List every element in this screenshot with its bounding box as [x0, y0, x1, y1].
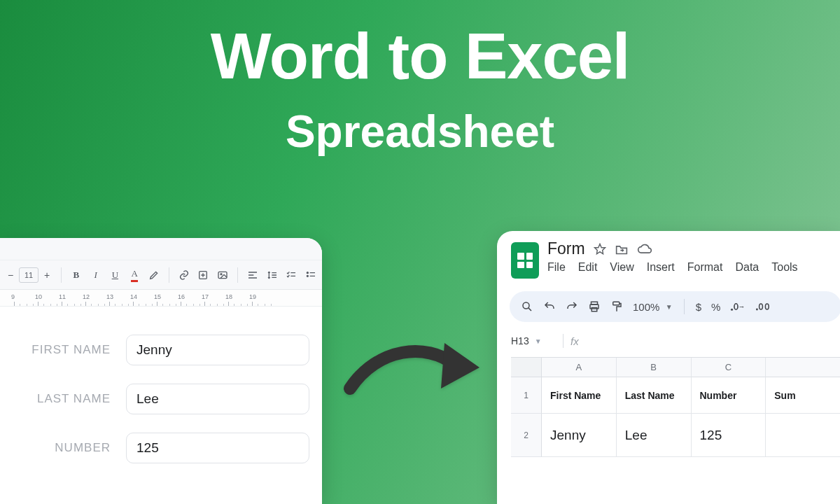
- input-number[interactable]: 125: [126, 433, 309, 463]
- select-all-corner[interactable]: [511, 358, 542, 377]
- cell-d2[interactable]: [766, 414, 840, 457]
- font-size-increase[interactable]: +: [41, 267, 53, 283]
- menu-bar: File Edit View Insert Format Data Tools: [547, 261, 798, 274]
- zoom-level[interactable]: 100% ▼: [633, 301, 673, 313]
- paint-format-icon[interactable]: [610, 300, 623, 313]
- svg-rect-3: [218, 272, 227, 278]
- ruler-tick: 9: [11, 293, 15, 300]
- menu-data[interactable]: Data: [735, 261, 759, 274]
- currency-button[interactable]: $: [696, 301, 701, 313]
- row-header-1[interactable]: 1: [511, 377, 542, 414]
- cell-reference[interactable]: H13: [511, 335, 529, 346]
- spreadsheet-grid[interactable]: A B C 1 First Name Last Name Number Sum …: [511, 357, 840, 457]
- input-first-name[interactable]: Jenny: [126, 335, 309, 365]
- menu-view[interactable]: View: [610, 261, 634, 274]
- svg-point-18: [523, 302, 529, 309]
- text-color-button[interactable]: A: [127, 267, 141, 283]
- cell-a1[interactable]: First Name: [542, 377, 617, 414]
- svg-point-13: [307, 272, 309, 273]
- label-number: NUMBER: [13, 441, 111, 455]
- ruler-tick: 18: [225, 293, 232, 300]
- arrow-icon: [343, 336, 483, 413]
- menu-tools[interactable]: Tools: [771, 261, 797, 274]
- ruler-tick: 15: [154, 293, 161, 300]
- svg-rect-23: [613, 302, 620, 305]
- align-button[interactable]: [246, 267, 260, 283]
- row-header-2[interactable]: 2: [511, 414, 542, 457]
- cell-ref-dropdown-icon[interactable]: ▼: [535, 337, 542, 345]
- ruler-tick: 16: [178, 293, 185, 300]
- ruler-tick: 10: [35, 293, 42, 300]
- sheets-logo-icon: [511, 242, 539, 279]
- font-size-value[interactable]: 11: [19, 267, 38, 283]
- cell-b2[interactable]: Lee: [617, 414, 692, 457]
- italic-button[interactable]: I: [89, 267, 103, 283]
- image-button[interactable]: [216, 267, 230, 283]
- move-folder-icon[interactable]: [615, 243, 629, 255]
- cell-b1[interactable]: Last Name: [617, 377, 692, 414]
- ruler-tick: 14: [130, 293, 137, 300]
- line-spacing-button[interactable]: [265, 267, 279, 283]
- label-last-name: LAST NAME: [13, 392, 111, 406]
- bold-button[interactable]: B: [69, 267, 83, 283]
- cell-c1[interactable]: Number: [692, 377, 766, 414]
- comment-button[interactable]: [197, 267, 211, 283]
- ruler-tick: 11: [59, 293, 66, 300]
- menu-file[interactable]: File: [547, 261, 566, 274]
- svg-marker-17: [594, 244, 605, 253]
- checklist-button[interactable]: [285, 267, 299, 283]
- word-toolbar: − 11 + B I U A: [0, 260, 322, 290]
- redo-icon[interactable]: [566, 300, 578, 313]
- svg-point-24: [731, 309, 733, 311]
- cell-d1[interactable]: Sum: [766, 377, 840, 414]
- word-titlebar: [0, 238, 322, 260]
- font-size-decrease[interactable]: −: [4, 267, 17, 283]
- cell-a2[interactable]: Jenny: [542, 414, 617, 457]
- ruler-tick: 12: [83, 293, 90, 300]
- sheets-toolbar: 100% ▼ $ %: [510, 291, 840, 322]
- bullet-list-button[interactable]: [304, 267, 318, 283]
- percent-button[interactable]: %: [711, 301, 720, 313]
- col-header-c[interactable]: C: [692, 358, 766, 377]
- svg-point-4: [220, 273, 222, 274]
- hero-subtitle: Spreadsheet: [0, 106, 840, 158]
- increase-decimal-icon[interactable]: [755, 301, 772, 312]
- menu-format[interactable]: Format: [687, 261, 723, 274]
- svg-point-25: [756, 309, 758, 311]
- menu-insert[interactable]: Insert: [647, 261, 675, 274]
- col-header-b[interactable]: B: [617, 358, 692, 377]
- col-header-a[interactable]: A: [542, 358, 617, 377]
- ruler-tick: 13: [106, 293, 113, 300]
- formula-fx-label: fx: [570, 335, 579, 347]
- word-panel: − 11 + B I U A: [0, 238, 322, 504]
- ruler-tick: 17: [202, 293, 209, 300]
- ruler: 9 10 11 12 13 14 15 16 17 18 19: [0, 290, 322, 307]
- print-icon[interactable]: [588, 300, 601, 313]
- link-button[interactable]: [177, 267, 191, 283]
- svg-line-19: [528, 308, 531, 311]
- ruler-tick: 19: [249, 293, 256, 300]
- hero-title: Word to Excel: [0, 20, 840, 93]
- svg-point-15: [307, 275, 309, 276]
- menu-edit[interactable]: Edit: [578, 261, 598, 274]
- sheets-panel: Form File Edit: [497, 231, 840, 504]
- input-last-name[interactable]: Lee: [126, 384, 309, 414]
- decrease-decimal-icon[interactable]: [730, 301, 746, 312]
- undo-icon[interactable]: [543, 300, 556, 313]
- highlight-button[interactable]: [147, 267, 161, 283]
- underline-button[interactable]: U: [108, 267, 122, 283]
- label-first-name: FIRST NAME: [13, 343, 111, 357]
- search-icon[interactable]: [521, 300, 533, 313]
- cloud-status-icon[interactable]: [637, 243, 652, 255]
- doc-title[interactable]: Form: [547, 239, 585, 258]
- star-icon[interactable]: [594, 243, 606, 255]
- col-header-d[interactable]: [766, 358, 840, 377]
- cell-c2[interactable]: 125: [692, 414, 766, 457]
